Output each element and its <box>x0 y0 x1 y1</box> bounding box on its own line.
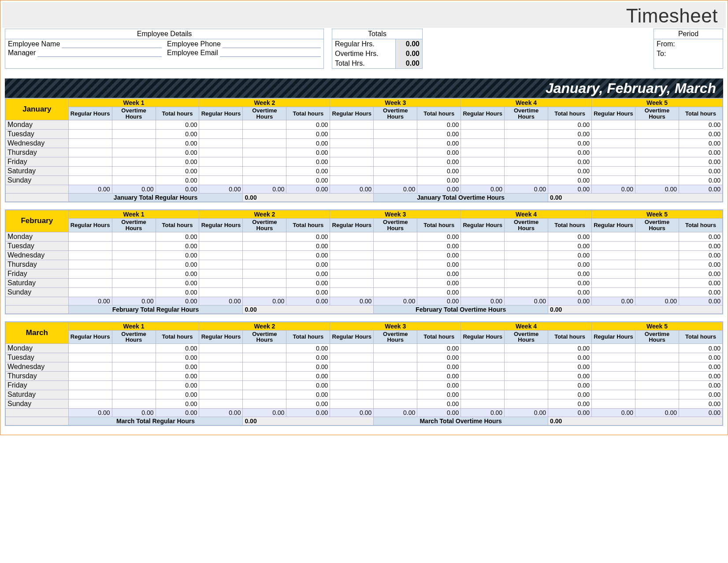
regular-cell[interactable] <box>461 278 505 287</box>
overtime-cell[interactable] <box>635 130 679 139</box>
regular-cell[interactable] <box>330 241 374 250</box>
regular-cell[interactable] <box>592 130 635 139</box>
regular-cell[interactable] <box>68 139 112 148</box>
overtime-cell[interactable] <box>112 399 156 408</box>
regular-cell[interactable] <box>461 176 505 185</box>
regular-cell[interactable] <box>461 232 505 241</box>
overtime-cell[interactable] <box>112 130 156 139</box>
overtime-cell[interactable] <box>112 176 156 185</box>
overtime-cell[interactable] <box>374 167 417 176</box>
regular-cell[interactable] <box>330 343 374 353</box>
overtime-cell[interactable] <box>112 241 156 250</box>
regular-cell[interactable] <box>330 250 374 260</box>
employee-name-input[interactable] <box>62 41 162 48</box>
regular-cell[interactable] <box>68 269 112 278</box>
regular-cell[interactable] <box>461 167 505 176</box>
overtime-cell[interactable] <box>374 148 417 157</box>
regular-cell[interactable] <box>592 371 635 380</box>
overtime-cell[interactable] <box>505 232 548 241</box>
overtime-cell[interactable] <box>243 139 286 148</box>
regular-cell[interactable] <box>592 139 635 148</box>
regular-cell[interactable] <box>199 353 243 362</box>
overtime-cell[interactable] <box>243 278 286 287</box>
regular-cell[interactable] <box>330 287 374 297</box>
regular-cell[interactable] <box>330 380 374 390</box>
regular-cell[interactable] <box>68 278 112 287</box>
regular-cell[interactable] <box>68 167 112 176</box>
regular-cell[interactable] <box>461 157 505 167</box>
regular-cell[interactable] <box>68 148 112 157</box>
overtime-cell[interactable] <box>505 241 548 250</box>
overtime-cell[interactable] <box>374 269 417 278</box>
overtime-cell[interactable] <box>635 278 679 287</box>
regular-cell[interactable] <box>461 371 505 380</box>
regular-cell[interactable] <box>199 241 243 250</box>
regular-cell[interactable] <box>199 278 243 287</box>
overtime-cell[interactable] <box>374 130 417 139</box>
overtime-cell[interactable] <box>505 287 548 297</box>
overtime-cell[interactable] <box>635 269 679 278</box>
regular-cell[interactable] <box>461 287 505 297</box>
regular-cell[interactable] <box>592 353 635 362</box>
regular-cell[interactable] <box>68 362 112 371</box>
overtime-cell[interactable] <box>635 139 679 148</box>
overtime-cell[interactable] <box>505 353 548 362</box>
regular-cell[interactable] <box>68 343 112 353</box>
overtime-cell[interactable] <box>112 380 156 390</box>
regular-cell[interactable] <box>461 343 505 353</box>
regular-cell[interactable] <box>592 287 635 297</box>
regular-cell[interactable] <box>199 371 243 380</box>
overtime-cell[interactable] <box>635 362 679 371</box>
regular-cell[interactable] <box>592 278 635 287</box>
regular-cell[interactable] <box>592 260 635 269</box>
overtime-cell[interactable] <box>374 139 417 148</box>
overtime-cell[interactable] <box>243 250 286 260</box>
overtime-cell[interactable] <box>505 390 548 399</box>
overtime-cell[interactable] <box>243 130 286 139</box>
overtime-cell[interactable] <box>112 167 156 176</box>
overtime-cell[interactable] <box>243 380 286 390</box>
regular-cell[interactable] <box>592 390 635 399</box>
overtime-cell[interactable] <box>635 241 679 250</box>
regular-cell[interactable] <box>592 343 635 353</box>
regular-cell[interactable] <box>461 390 505 399</box>
regular-cell[interactable] <box>592 250 635 260</box>
regular-cell[interactable] <box>461 241 505 250</box>
overtime-cell[interactable] <box>243 232 286 241</box>
overtime-cell[interactable] <box>112 278 156 287</box>
overtime-cell[interactable] <box>635 353 679 362</box>
regular-cell[interactable] <box>592 241 635 250</box>
overtime-cell[interactable] <box>112 371 156 380</box>
overtime-cell[interactable] <box>243 120 286 130</box>
overtime-cell[interactable] <box>505 130 548 139</box>
overtime-cell[interactable] <box>374 260 417 269</box>
regular-cell[interactable] <box>199 250 243 260</box>
regular-cell[interactable] <box>199 260 243 269</box>
overtime-cell[interactable] <box>505 148 548 157</box>
overtime-cell[interactable] <box>505 343 548 353</box>
overtime-cell[interactable] <box>635 343 679 353</box>
overtime-cell[interactable] <box>112 148 156 157</box>
regular-cell[interactable] <box>68 390 112 399</box>
regular-cell[interactable] <box>199 269 243 278</box>
regular-cell[interactable] <box>461 120 505 130</box>
regular-cell[interactable] <box>330 120 374 130</box>
overtime-cell[interactable] <box>112 287 156 297</box>
regular-cell[interactable] <box>199 287 243 297</box>
regular-cell[interactable] <box>592 148 635 157</box>
regular-cell[interactable] <box>330 157 374 167</box>
overtime-cell[interactable] <box>505 176 548 185</box>
regular-cell[interactable] <box>461 269 505 278</box>
overtime-cell[interactable] <box>243 353 286 362</box>
overtime-cell[interactable] <box>243 241 286 250</box>
regular-cell[interactable] <box>68 399 112 408</box>
regular-cell[interactable] <box>330 148 374 157</box>
regular-cell[interactable] <box>199 343 243 353</box>
regular-cell[interactable] <box>199 120 243 130</box>
regular-cell[interactable] <box>592 157 635 167</box>
manager-input[interactable] <box>37 50 162 57</box>
overtime-cell[interactable] <box>505 120 548 130</box>
regular-cell[interactable] <box>199 232 243 241</box>
regular-cell[interactable] <box>461 148 505 157</box>
regular-cell[interactable] <box>461 130 505 139</box>
